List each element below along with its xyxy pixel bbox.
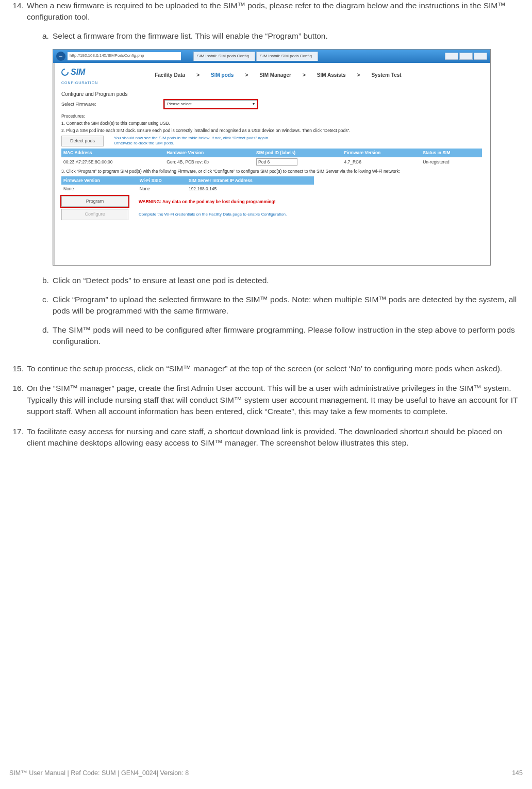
step-text: When a new firmware is required to be up…	[27, 1, 506, 21]
cell-fw: 4.7_RC6	[342, 157, 421, 167]
cell-status: Un-registered	[421, 157, 482, 167]
section-title: Configure and Program pods	[61, 91, 482, 98]
nav-test[interactable]: System Test	[371, 72, 401, 79]
step-16: 16. On the “SIM™ manager” page, create t…	[9, 383, 523, 417]
back-icon[interactable]: ←	[56, 52, 65, 61]
step-text: To facilitate easy access for nursing an…	[27, 426, 523, 449]
step-text: To continue the setup process, click on …	[27, 363, 523, 374]
col-fwver: Firmware Version	[61, 176, 138, 185]
table-row: 00:23:A7:27:5E:8C:00:00 Gen: 4B, PCB rev…	[61, 157, 482, 167]
select-placeholder: Please select	[167, 101, 192, 107]
step-number: 14.	[9, 0, 27, 355]
scrollbar-left	[53, 63, 55, 265]
logo-icon	[61, 69, 69, 76]
sub-letter: a.	[27, 30, 53, 42]
firmware-select[interactable]: Please select ▾	[164, 100, 257, 108]
detect-pods-button[interactable]: Detect pods	[61, 136, 104, 146]
procedure-3: 3. Click “Program” to program SIM pod(s)…	[61, 169, 482, 174]
configure-button[interactable]: Configure	[61, 209, 128, 220]
browser-tab-1[interactable]: SIM Install: SIM pods Config	[193, 52, 255, 61]
footer-left: SIM™ User Manual | Ref Code: SUM | GEN4_…	[9, 768, 189, 778]
brand-subtitle: CONFIGURATION	[61, 80, 98, 86]
sub-letter: c.	[27, 294, 53, 317]
nav-facility[interactable]: Facility Data	[155, 72, 185, 79]
procedure-2: 2. Plug a SIM pod into each SIM dock. En…	[61, 128, 482, 134]
warning-text: WARNING: Any data on the pod may be lost…	[139, 199, 276, 205]
sub-text: Click “Program” to upload the selected f…	[53, 294, 523, 317]
sub-letter: b.	[27, 275, 53, 286]
sub-text: Click on “Detect pods” to ensure at leas…	[53, 275, 523, 286]
sub-text: The SIM™ pods will need to be configured…	[53, 324, 523, 348]
step-14c: c. Click “Program” to upload the selecte…	[27, 294, 523, 317]
nav-manager[interactable]: SIM Manager	[259, 72, 291, 79]
pods-table: MAC Address Hardware Version SIM pod ID …	[61, 149, 482, 166]
minimize-icon[interactable]	[445, 53, 458, 60]
brand-text: SIM	[71, 66, 85, 78]
step-14b: b. Click on “Detect pods” to ensure at l…	[27, 275, 523, 286]
embedded-screenshot: ← http://192.168.0.145/SIMPodsConfig.php…	[53, 49, 491, 266]
step-number: 17.	[9, 426, 27, 449]
step-text: On the “SIM™ manager” page, create the f…	[27, 383, 523, 417]
step-17: 17. To facilitate easy access for nursin…	[9, 426, 523, 449]
step-number: 15.	[9, 363, 27, 374]
page-footer: SIM™ User Manual | Ref Code: SUM | GEN4_…	[9, 768, 523, 778]
maximize-icon[interactable]	[459, 53, 473, 60]
table-row: None None 192.168.0.145	[61, 185, 314, 193]
step-15: 15. To continue the setup process, click…	[9, 363, 523, 374]
col-ssid: Wi-Fi SSID	[138, 176, 187, 185]
step-14a: a. Select a firmware from the firmware l…	[27, 30, 523, 42]
nav-sep: >	[303, 72, 306, 79]
step-number: 16.	[9, 383, 27, 417]
address-bar[interactable]: http://192.168.0.145/SIMPodsConfig.php	[68, 52, 181, 60]
cell-mac: 00:23:A7:27:5E:8C:00:00	[61, 157, 164, 167]
col-hw: Hardware Version	[164, 149, 254, 157]
col-podid: SIM pod ID (labels)	[254, 149, 342, 157]
close-icon[interactable]	[474, 53, 487, 60]
nav-sep: >	[357, 72, 360, 79]
hint-line-1: You should now see the SIM pods in the t…	[114, 136, 269, 141]
browser-titlebar: ← http://192.168.0.145/SIMPodsConfig.php…	[53, 50, 490, 63]
nav-pods[interactable]: SIM pods	[211, 72, 234, 79]
procedures-label: Procedures:	[61, 113, 482, 119]
sub-letter: d.	[27, 324, 53, 348]
step-14: 14. When a new firmware is required to b…	[9, 0, 523, 355]
col-fw: Firmware Version	[342, 149, 421, 157]
pod-id-input[interactable]: Pod 6	[256, 158, 297, 166]
config-note: Complete the Wi-Fi credentials on the Fa…	[139, 211, 287, 218]
page-number: 145	[512, 768, 523, 778]
sub-text: Select a firmware from the firmware list…	[53, 30, 523, 42]
cell-ssid: None	[138, 185, 187, 193]
col-mac: MAC Address	[61, 149, 164, 157]
col-status: Status in SIM	[421, 149, 482, 157]
nav-assists[interactable]: SIM Assists	[317, 72, 346, 79]
select-firmware-label: Select Firmware:	[61, 101, 159, 108]
nav-sep: >	[196, 72, 200, 79]
cell-fwver: None	[61, 185, 138, 193]
hint-line-2: Otherwise re-dock the SIM pods.	[114, 141, 269, 146]
config-table: Firmware Version Wi-Fi SSID SIM Server I…	[61, 176, 314, 193]
browser-tab-2[interactable]: SIM Install: SIM pods Config	[256, 52, 318, 61]
nav-sep: >	[245, 72, 248, 79]
program-button[interactable]: Program	[61, 196, 128, 207]
cell-hw: Gen: 4B, PCB rev: 0b	[164, 157, 254, 167]
col-ip: SIM Server Intranet IP Address	[187, 176, 314, 185]
cell-ip: 192.168.0.145	[187, 185, 314, 193]
step-14d: d. The SIM™ pods will need to be configu…	[27, 324, 523, 348]
procedure-1: 1. Connect the SIM dock(s) to this compu…	[61, 121, 482, 126]
chevron-down-icon: ▾	[253, 101, 255, 107]
